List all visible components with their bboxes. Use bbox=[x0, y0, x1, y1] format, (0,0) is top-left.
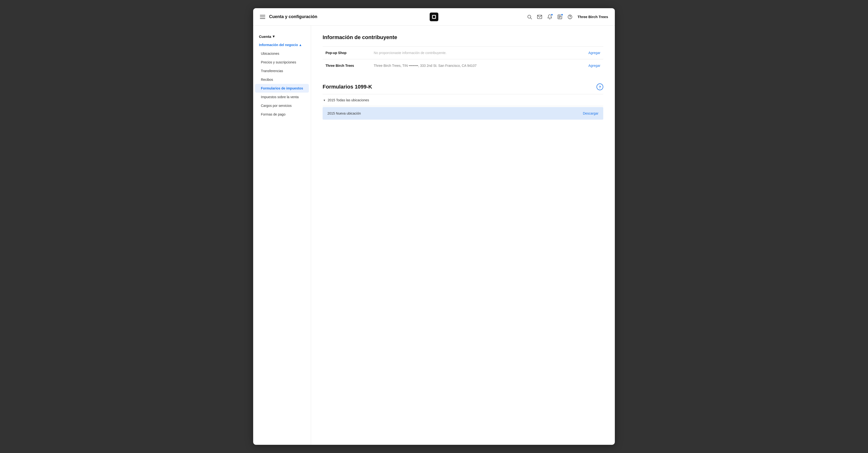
sidebar: Cuenta ▾ Información del negocio ▴ Ubica… bbox=[253, 26, 311, 445]
table-row: Three Birch Trees Three Birch Trees, TIN… bbox=[322, 59, 603, 72]
sidebar-item-transferencias[interactable]: Transferencias bbox=[253, 67, 311, 75]
main-content: Información de contribuyente Pop-up Shop… bbox=[311, 26, 615, 445]
location-row-2015: 2015 Nueva ubicación Descargar bbox=[322, 107, 603, 120]
sidebar-cuenta-header[interactable]: Cuenta ▾ bbox=[253, 32, 311, 40]
taxpayer-action-tbt: Agregar bbox=[579, 59, 603, 72]
main-layout: Cuenta ▾ Información del negocio ▴ Ubica… bbox=[253, 26, 615, 445]
chevron-down-icon: ▾ bbox=[273, 34, 275, 39]
search-icon[interactable] bbox=[527, 14, 532, 20]
taxpayer-info-tbt: Three Birch Trees, TIN ••••••••, 333 2nd… bbox=[371, 59, 579, 72]
taxpayer-name-tbt: Three Birch Trees bbox=[322, 59, 371, 72]
sidebar-item-formularios[interactable]: Formularios de impuestos bbox=[255, 84, 309, 93]
year-chevron-down-icon: ▾ bbox=[323, 98, 325, 102]
sidebar-item-formas-pago[interactable]: Formas de pago bbox=[253, 110, 311, 119]
page-title: Cuenta y configuración bbox=[269, 14, 317, 19]
header-left: Cuenta y configuración bbox=[260, 14, 317, 19]
notifications-icon[interactable] bbox=[547, 14, 552, 20]
sidebar-item-cargos[interactable]: Cargos por servicios bbox=[253, 101, 311, 110]
formularios-title: Formularios 1099-K bbox=[322, 84, 372, 90]
chevron-up-icon: ▴ bbox=[300, 43, 301, 47]
hamburger-menu[interactable] bbox=[260, 15, 265, 19]
sidebar-item-ubicaciones[interactable]: Ubicaciones bbox=[253, 49, 311, 58]
help-icon[interactable] bbox=[567, 14, 572, 20]
year-row-2015[interactable]: ▾ 2015 Todas las ubicaciones bbox=[322, 94, 603, 106]
reports-icon[interactable] bbox=[557, 14, 562, 20]
sidebar-cuenta-label: Cuenta bbox=[259, 34, 271, 39]
user-name[interactable]: Three Birch Trees bbox=[578, 15, 608, 19]
taxpayer-info-popup: No proporcionaste información de contrib… bbox=[371, 47, 579, 59]
table-row: Pop-up Shop No proporcionaste informació… bbox=[322, 47, 603, 59]
formularios-header: Formularios 1099-K ? bbox=[322, 84, 603, 90]
formularios-help-icon[interactable]: ? bbox=[596, 84, 603, 90]
sidebar-item-precios[interactable]: Precios y suscripciones bbox=[253, 58, 311, 67]
square-logo-inner bbox=[432, 15, 436, 19]
sidebar-item-impuestos[interactable]: Impuestos sobre la venta bbox=[253, 93, 311, 101]
sidebar-business-info-label: Información del negocio bbox=[259, 43, 298, 47]
download-button[interactable]: Descargar bbox=[583, 112, 598, 115]
svg-line-1 bbox=[530, 18, 532, 19]
messages-icon[interactable] bbox=[537, 14, 542, 20]
header-right: Three Birch Trees bbox=[527, 14, 608, 20]
sidebar-item-business-info[interactable]: Información del negocio ▴ bbox=[253, 40, 311, 49]
taxpayer-table: Pop-up Shop No proporcionaste informació… bbox=[322, 46, 603, 72]
reports-badge bbox=[561, 13, 563, 16]
agregar-popup-button[interactable]: Agregar bbox=[588, 51, 600, 55]
notifications-badge bbox=[551, 13, 553, 16]
taxpayer-section-title: Información de contribuyente bbox=[322, 34, 603, 40]
year-row-label: 2015 Todas las ubicaciones bbox=[328, 98, 369, 102]
sidebar-item-recibos[interactable]: Recibos bbox=[253, 75, 311, 84]
square-logo-icon bbox=[430, 12, 438, 21]
taxpayer-name-popup: Pop-up Shop bbox=[322, 47, 371, 59]
agregar-tbt-button[interactable]: Agregar bbox=[588, 64, 600, 67]
location-row-label: 2015 Nueva ubicación bbox=[328, 112, 361, 115]
taxpayer-action-popup: Agregar bbox=[579, 47, 603, 59]
app-header: Cuenta y configuración bbox=[253, 8, 615, 26]
header-logo bbox=[430, 12, 438, 21]
